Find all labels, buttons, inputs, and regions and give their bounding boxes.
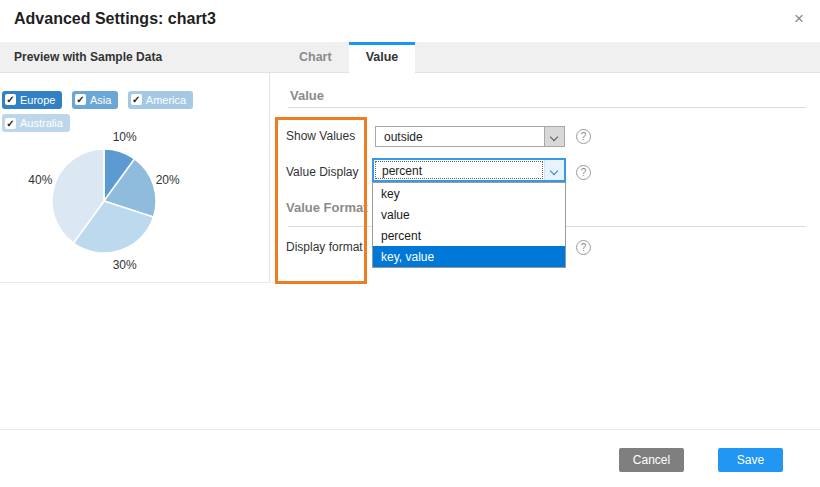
value-display-listbox: keyvaluepercentkey, value xyxy=(372,182,566,268)
preview-panel: ✓Europe ✓Asia ✓America ✓Australia 10%20%… xyxy=(0,73,270,283)
chevron-down-icon xyxy=(550,133,558,141)
pie-label: 20% xyxy=(156,173,180,187)
section-heading-value-format: Value Format xyxy=(286,200,368,215)
dropdown-option-key[interactable]: key xyxy=(373,183,565,204)
chevron-down-icon xyxy=(550,167,558,175)
header-strip: Preview with Sample Data Chart Value xyxy=(0,42,820,73)
save-button[interactable]: Save xyxy=(718,448,783,472)
help-icon-value-display[interactable]: ? xyxy=(576,165,591,180)
section-heading-value: Value xyxy=(290,88,324,103)
pie-label: 40% xyxy=(28,173,52,187)
help-icon-show-values[interactable]: ? xyxy=(576,129,591,144)
tab-chart[interactable]: Chart xyxy=(282,42,349,72)
preview-panel-header: Preview with Sample Data xyxy=(0,42,270,72)
advanced-settings-dialog: Advanced Settings: chart3 × Preview with… xyxy=(0,0,820,487)
dropdown-option-key-value[interactable]: key, value xyxy=(373,246,565,267)
tab-bar: Chart Value xyxy=(270,42,415,72)
help-icon-display-format[interactable]: ? xyxy=(576,240,591,255)
dialog-titlebar: Advanced Settings: chart3 × xyxy=(0,0,820,42)
tab-value[interactable]: Value xyxy=(349,42,416,74)
value-display-selected-value: percent xyxy=(375,161,543,179)
dropdown-option-percent[interactable]: percent xyxy=(373,225,565,246)
value-display-dropdown-button[interactable] xyxy=(544,160,564,180)
display-format-label: Display format xyxy=(286,240,363,254)
value-display-select[interactable]: percent xyxy=(372,158,566,182)
value-display-label: Value Display xyxy=(286,165,358,179)
pie-label: 10% xyxy=(113,130,137,144)
pie-chart-preview: 10%20%30%40% xyxy=(0,73,270,283)
close-icon[interactable]: × xyxy=(788,8,810,30)
footer-divider xyxy=(0,429,820,430)
dropdown-option-value[interactable]: value xyxy=(373,204,565,225)
show-values-select[interactable]: outside xyxy=(375,126,565,147)
pie-label: 30% xyxy=(113,258,137,272)
show-values-label: Show Values xyxy=(286,129,355,143)
show-values-dropdown-button[interactable] xyxy=(544,127,564,146)
show-values-selected-value: outside xyxy=(376,127,544,146)
dialog-title: Advanced Settings: chart3 xyxy=(14,10,216,28)
cancel-button[interactable]: Cancel xyxy=(619,448,684,472)
section-divider xyxy=(288,107,806,108)
